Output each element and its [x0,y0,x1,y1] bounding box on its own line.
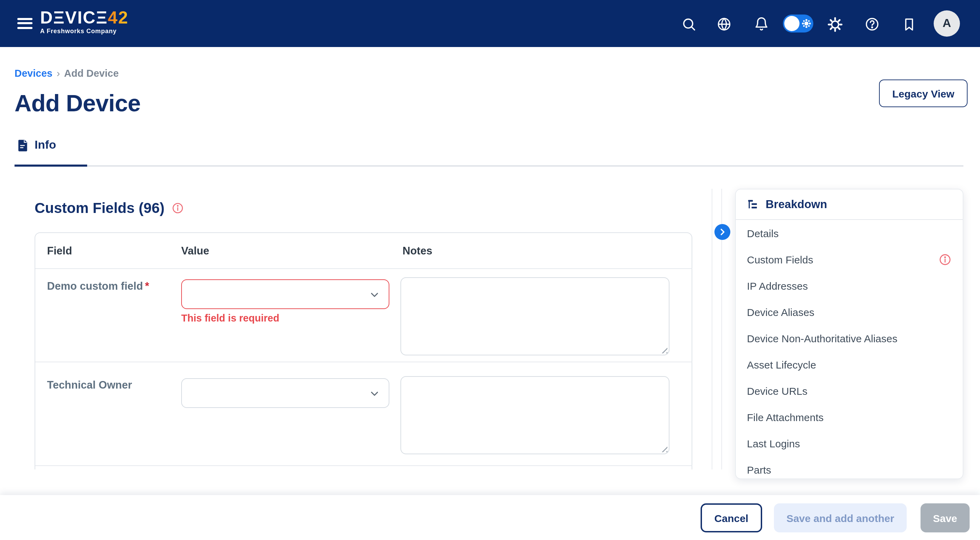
demo-custom-field-select[interactable] [181,280,389,309]
save-and-add-another-button[interactable]: Save and add another [774,503,907,532]
avatar-initial: A [943,17,951,30]
tree-list-icon [747,198,759,211]
breakdown-item-parts[interactable]: Parts [736,456,963,479]
bookmark-icon[interactable] [900,16,917,32]
breadcrumb-separator: › [57,68,60,79]
breakdown-item-device-aliases[interactable]: Device Aliases [736,299,963,325]
column-header-notes: Notes [402,245,432,257]
logo-text: DΞVICΞ42 [40,8,128,26]
breadcrumb-current: Add Device [64,68,119,79]
section-heading: Custom Fields (96) [35,200,184,216]
column-header-value: Value [181,245,209,257]
globe-icon[interactable] [716,16,732,32]
content-divider-line [712,189,712,470]
help-icon[interactable] [864,16,880,32]
tab-active-underline [14,165,87,167]
chevron-right-icon [718,227,727,237]
save-button[interactable]: Save [921,503,970,532]
error-info-icon [939,253,951,266]
breakdown-item-ip-addresses[interactable]: IP Addresses [736,272,963,299]
search-icon[interactable] [681,16,697,32]
tab-bar: Info [14,138,56,166]
technical-owner-notes[interactable] [401,376,670,454]
custom-fields-card: Field Value Notes Demo custom field* Thi… [35,232,692,470]
breadcrumb: Devices›Add Device [14,68,119,79]
breakdown-item-file-attachments[interactable]: File Attachments [736,404,963,430]
section-title: Custom Fields (96) [35,200,165,216]
bell-icon[interactable] [753,16,770,32]
breakdown-item-device-urls[interactable]: Device URLs [736,378,963,404]
legacy-view-button[interactable]: Legacy View [879,79,967,107]
breakdown-title: Breakdown [765,198,827,211]
technical-owner-select[interactable] [181,378,389,408]
cancel-button[interactable]: Cancel [701,503,762,532]
logo-subtitle: A Freshworks Company [40,28,128,35]
tab-track [14,165,963,166]
page: DΞVICΞ42 A Freshworks Company [0,0,980,540]
breakdown-item-custom-fields[interactable]: Custom Fields [736,246,963,272]
tab-info-label: Info [35,138,56,152]
device42-logo[interactable]: DΞVICΞ42 A Freshworks Company [40,8,128,35]
field-label: Technical Owner [47,379,132,391]
breakdown-header: Breakdown [736,189,963,219]
document-icon [17,139,29,152]
breakdown-item-last-logins[interactable]: Last Logins [736,430,963,456]
chevron-down-icon [369,289,380,301]
page-title: Add Device [14,90,140,117]
notes-field-wrap [401,277,670,356]
toggle-knob [784,16,800,31]
gear-icon[interactable] [826,16,843,32]
panel-collapse-button[interactable] [714,224,730,240]
breadcrumb-devices[interactable]: Devices [14,68,52,79]
tab-info[interactable]: Info [14,138,56,152]
menu-icon[interactable] [17,15,34,32]
breakdown-item-details[interactable]: Details [736,220,963,246]
column-header-field: Field [47,245,72,257]
field-label: Demo custom field* [47,280,149,292]
sun-icon [804,21,808,25]
field-error-message: This field is required [181,313,279,324]
demo-custom-field-notes[interactable] [401,277,670,356]
theme-toggle[interactable] [783,14,813,32]
custom-fields-table: Field Value Notes Demo custom field* Thi… [35,232,692,470]
required-marker: * [145,280,149,292]
breakdown-item-device-non-authoritative-aliases[interactable]: Device Non-Authoritative Aliases [736,325,963,351]
chevron-down-icon [369,388,380,400]
notes-field-wrap [401,376,670,454]
top-navbar: DΞVICΞ42 A Freshworks Company [0,0,980,47]
breakdown-panel: Breakdown Details Custom Fields IP Addre… [735,189,963,479]
avatar[interactable]: A [934,10,960,37]
action-footer: Cancel Save and add another Save [0,495,980,540]
info-icon[interactable] [172,202,184,214]
breakdown-item-asset-lifecycle[interactable]: Asset Lifecycle [736,351,963,378]
